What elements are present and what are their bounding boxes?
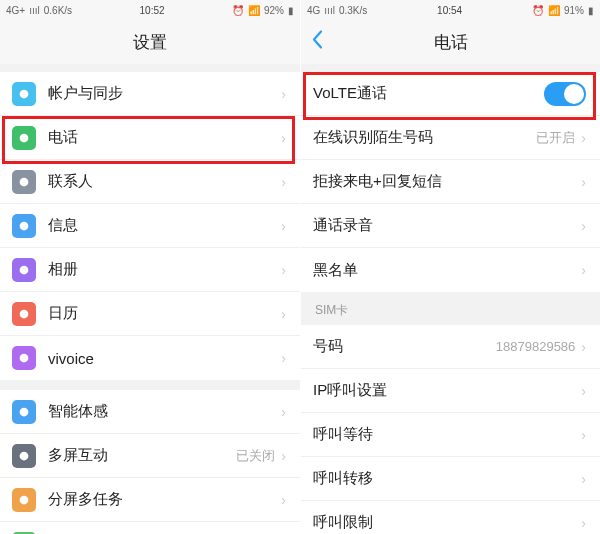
calendar-icon xyxy=(12,302,36,326)
phone-row[interactable]: 呼叫等待› xyxy=(301,413,600,457)
chevron-right-icon: › xyxy=(281,306,286,322)
svg-point-8 xyxy=(20,451,29,460)
svg-point-5 xyxy=(20,309,29,318)
row-label: 在线识别陌生号码 xyxy=(313,128,536,147)
signal-icon: ıııl xyxy=(29,5,40,16)
chevron-right-icon: › xyxy=(581,174,586,190)
svg-point-1 xyxy=(20,133,29,142)
contacts-icon xyxy=(12,170,36,194)
message-icon xyxy=(12,214,36,238)
settings-row-message[interactable]: 信息› xyxy=(0,204,300,248)
settings-row-multiscreen[interactable]: 多屏互动已关闭› xyxy=(0,434,300,478)
svg-point-4 xyxy=(20,265,29,274)
row-label: 呼叫限制 xyxy=(313,513,581,532)
volte-toggle[interactable] xyxy=(544,82,586,106)
row-label: 通话录音 xyxy=(313,216,581,235)
settings-row-split[interactable]: 分屏多任务› xyxy=(0,478,300,522)
settings-row-voice[interactable]: vivoice› xyxy=(0,336,300,380)
row-label: 拒接来电+回复短信 xyxy=(313,172,581,191)
phone-row[interactable]: 呼叫转移› xyxy=(301,457,600,501)
chevron-right-icon: › xyxy=(281,404,286,420)
svg-point-6 xyxy=(20,354,29,363)
settings-row-sense[interactable]: 智能体感› xyxy=(0,390,300,434)
svg-point-3 xyxy=(20,221,29,230)
chevron-right-icon: › xyxy=(281,492,286,508)
clock: 10:54 xyxy=(437,5,462,16)
settings-row-contacts[interactable]: 联系人› xyxy=(0,160,300,204)
svg-point-2 xyxy=(20,177,29,186)
svg-point-0 xyxy=(20,89,29,98)
row-label: 多屏互动 xyxy=(48,446,236,465)
row-label: 呼叫等待 xyxy=(313,425,581,444)
row-value: 已关闭 xyxy=(236,447,275,465)
battery-icon: ▮ xyxy=(588,5,594,16)
net-speed: 0.6K/s xyxy=(44,5,72,16)
chevron-right-icon: › xyxy=(581,262,586,278)
row-value: 已开启 xyxy=(536,129,575,147)
chevron-right-icon: › xyxy=(281,174,286,190)
settings-row-cloud[interactable]: 帐户与同步› xyxy=(0,72,300,116)
alarm-icon: ⏰ xyxy=(232,5,244,16)
row-label: 号码 xyxy=(313,337,496,356)
settings-row-onehand[interactable]: 单手操作› xyxy=(0,522,300,534)
nav-bar: 电话 xyxy=(301,20,600,64)
chevron-right-icon: › xyxy=(581,471,586,487)
row-label: 黑名单 xyxy=(313,261,581,280)
cloud-icon xyxy=(12,82,36,106)
phone-row[interactable]: 拒接来电+回复短信› xyxy=(301,160,600,204)
phone-row[interactable]: 号码18879829586› xyxy=(301,325,600,369)
back-button[interactable] xyxy=(311,30,323,55)
settings-row-calendar[interactable]: 日历› xyxy=(0,292,300,336)
battery-icon: ▮ xyxy=(288,5,294,16)
row-label: 智能体感 xyxy=(48,402,281,421)
settings-row-phone[interactable]: 电话› xyxy=(0,116,300,160)
row-label: 呼叫转移 xyxy=(313,469,581,488)
status-bar: 4G+ ıııl 0.6K/s 10:52 ⏰ 📶 92% ▮ xyxy=(0,0,300,20)
album-icon xyxy=(12,258,36,282)
phone-row[interactable]: 在线识别陌生号码已开启› xyxy=(301,116,600,160)
row-label: 分屏多任务 xyxy=(48,490,281,509)
section-sim: SIM卡 xyxy=(301,292,600,325)
battery-pct: 92% xyxy=(264,5,284,16)
alarm-icon: ⏰ xyxy=(532,5,544,16)
chevron-right-icon: › xyxy=(581,427,586,443)
chevron-right-icon: › xyxy=(281,448,286,464)
status-bar: 4G ıııl 0.3K/s 10:54 ⏰ 📶 91% ▮ xyxy=(301,0,600,20)
row-label: vivoice xyxy=(48,350,281,367)
chevron-right-icon: › xyxy=(281,130,286,146)
row-label: 联系人 xyxy=(48,172,281,191)
phone-row[interactable]: VoLTE通话 xyxy=(301,72,600,116)
chevron-right-icon: › xyxy=(581,383,586,399)
split-icon xyxy=(12,488,36,512)
chevron-right-icon: › xyxy=(581,515,586,531)
signal-icon: ıııl xyxy=(324,5,335,16)
chevron-right-icon: › xyxy=(581,130,586,146)
chevron-right-icon: › xyxy=(581,339,586,355)
svg-point-9 xyxy=(20,495,29,504)
row-label: 相册 xyxy=(48,260,281,279)
row-value: 18879829586 xyxy=(496,339,576,354)
row-label: 信息 xyxy=(48,216,281,235)
page-title: 设置 xyxy=(133,31,167,54)
row-label: IP呼叫设置 xyxy=(313,381,581,400)
svg-point-7 xyxy=(20,407,29,416)
chevron-right-icon: › xyxy=(281,350,286,366)
phone-icon xyxy=(12,126,36,150)
page-title: 电话 xyxy=(434,31,468,54)
nav-bar: 设置 xyxy=(0,20,300,64)
clock: 10:52 xyxy=(140,5,165,16)
phone-row[interactable]: 呼叫限制› xyxy=(301,501,600,534)
network-type: 4G xyxy=(307,5,320,16)
phone-row[interactable]: IP呼叫设置› xyxy=(301,369,600,413)
voice-icon xyxy=(12,346,36,370)
battery-pct: 91% xyxy=(564,5,584,16)
phone-row[interactable]: 通话录音› xyxy=(301,204,600,248)
multiscreen-icon xyxy=(12,444,36,468)
sense-icon xyxy=(12,400,36,424)
chevron-right-icon: › xyxy=(281,86,286,102)
network-type: 4G+ xyxy=(6,5,25,16)
phone-settings-pane: 4G ıııl 0.3K/s 10:54 ⏰ 📶 91% ▮ 电话 VoLTE通… xyxy=(300,0,600,534)
phone-row[interactable]: 黑名单› xyxy=(301,248,600,292)
settings-row-album[interactable]: 相册› xyxy=(0,248,300,292)
row-label: 电话 xyxy=(48,128,281,147)
